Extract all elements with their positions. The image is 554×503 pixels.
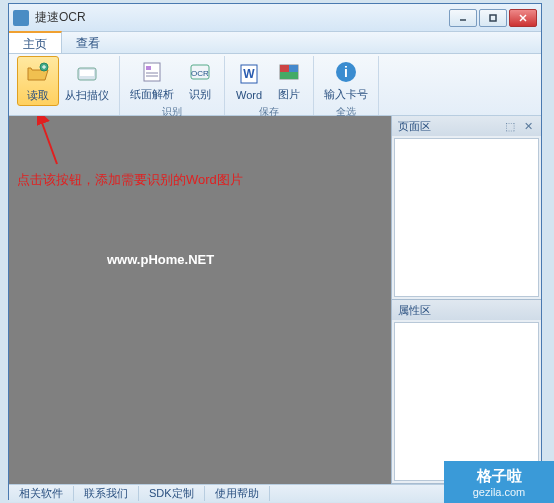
status-related[interactable]: 相关软件 — [9, 486, 74, 501]
svg-rect-7 — [144, 63, 160, 81]
pages-list[interactable] — [394, 138, 539, 297]
word-button[interactable]: W Word — [229, 56, 269, 104]
app-icon — [13, 10, 29, 26]
workspace: 点击该按钮，添加需要识别的Word图片 www.pHome.NET 页面区 ⬚ … — [9, 116, 541, 484]
props-panel: 属性区 — [392, 300, 541, 484]
folder-open-icon — [24, 59, 52, 87]
maximize-button[interactable] — [479, 9, 507, 27]
watermark-text: www.pHome.NET — [107, 252, 214, 267]
svg-rect-18 — [280, 72, 298, 79]
tab-main[interactable]: 主页 — [9, 31, 62, 53]
app-window: 捷速OCR 主页 查看 读取 从扫描仪 — [8, 3, 542, 500]
parse-icon — [138, 58, 166, 86]
svg-line-21 — [41, 120, 57, 164]
svg-rect-6 — [80, 70, 94, 76]
status-sdk[interactable]: SDK定制 — [139, 486, 205, 501]
image-button[interactable]: 图片 — [269, 56, 309, 104]
titlebar: 捷速OCR — [9, 4, 541, 32]
pages-panel-title: 页面区 — [398, 119, 431, 134]
recognize-button[interactable]: OCR 识别 — [180, 56, 220, 104]
right-panel: 页面区 ⬚ ✕ 属性区 — [391, 116, 541, 484]
menubar: 主页 查看 — [9, 32, 541, 54]
image-label: 图片 — [278, 87, 300, 102]
brand-name: 格子啦 — [477, 467, 522, 486]
minimize-button[interactable] — [449, 9, 477, 27]
props-body — [394, 322, 539, 481]
scanner-button[interactable]: 从扫描仪 — [59, 56, 115, 106]
annotation-text: 点击该按钮，添加需要识别的Word图片 — [17, 171, 243, 189]
panel-close-icon[interactable]: ✕ — [521, 119, 535, 133]
svg-rect-16 — [280, 65, 289, 72]
props-panel-title: 属性区 — [398, 303, 431, 318]
word-label: Word — [236, 89, 262, 101]
canvas-area: 点击该按钮，添加需要识别的Word图片 www.pHome.NET — [9, 116, 391, 484]
parse-label: 纸面解析 — [130, 87, 174, 102]
card-label: 输入卡号 — [324, 87, 368, 102]
status-help[interactable]: 使用帮助 — [205, 486, 270, 501]
svg-text:OCR: OCR — [191, 69, 209, 78]
tab-view[interactable]: 查看 — [62, 32, 115, 53]
pages-panel: 页面区 ⬚ ✕ — [392, 116, 541, 300]
parse-button[interactable]: 纸面解析 — [124, 56, 180, 104]
word-icon: W — [235, 60, 263, 88]
svg-rect-1 — [490, 15, 496, 21]
scanner-label: 从扫描仪 — [65, 88, 109, 103]
svg-text:i: i — [344, 64, 348, 80]
ribbon-toolbar: 读取 从扫描仪 纸面解析 OCR 识别 识别 — [9, 54, 541, 116]
card-button[interactable]: i 输入卡号 — [318, 56, 374, 104]
scanner-icon — [73, 59, 101, 87]
svg-text:W: W — [243, 67, 255, 81]
ocr-icon: OCR — [186, 58, 214, 86]
svg-rect-17 — [289, 65, 298, 72]
window-title: 捷速OCR — [35, 9, 449, 26]
close-button[interactable] — [509, 9, 537, 27]
annotation-arrow-icon — [37, 116, 67, 166]
image-icon — [275, 58, 303, 86]
read-label: 读取 — [27, 88, 49, 103]
info-icon: i — [332, 58, 360, 86]
panel-pin-icon[interactable]: ⬚ — [503, 119, 517, 133]
brand-badge: 格子啦 gezila.com — [444, 461, 554, 503]
read-button[interactable]: 读取 — [17, 56, 59, 106]
svg-rect-8 — [146, 66, 151, 70]
status-contact[interactable]: 联系我们 — [74, 486, 139, 501]
brand-url: gezila.com — [473, 486, 526, 498]
recognize-label: 识别 — [189, 87, 211, 102]
